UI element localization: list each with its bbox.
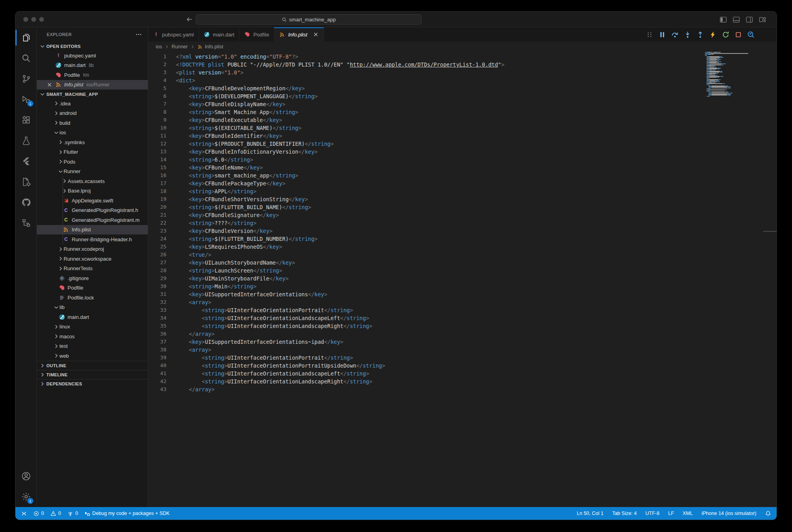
tree-item-runner.xcworkspace[interactable]: Runner.xcworkspace: [37, 254, 148, 264]
breadcrumb-item[interactable]: Info.plist: [205, 44, 223, 50]
github-icon: [21, 198, 31, 207]
step-out-icon[interactable]: [697, 31, 704, 38]
line-number: 41: [148, 370, 166, 378]
breadcrumb-item[interactable]: ios: [156, 44, 162, 50]
customize-layout-icon[interactable]: [759, 16, 766, 23]
activity-item-run-debug[interactable]: 1: [15, 89, 36, 110]
open-editor-info.plist[interactable]: Info.plistios/Runner: [37, 80, 148, 90]
zoom-window-button[interactable]: [39, 17, 44, 22]
activity-item-settings[interactable]: 1: [15, 486, 36, 507]
tree-item-linux[interactable]: linux: [37, 322, 148, 332]
toggle-secondary-sidebar-icon[interactable]: [746, 16, 753, 23]
activity-item-references[interactable]: [15, 213, 36, 233]
code-editor[interactable]: 1<?xml version="1.0" encoding="UTF-8"?>2…: [148, 52, 777, 507]
tree-item-runner-bridging-header.h[interactable]: CRunner-Bridging-Header.h: [37, 235, 148, 244]
pause-icon[interactable]: [658, 31, 666, 38]
flutter-inspector-icon[interactable]: [747, 31, 755, 38]
tree-item-label: Podfile.lock: [68, 295, 94, 301]
hot-reload-icon[interactable]: [709, 31, 717, 38]
status-errors[interactable]: 0: [33, 511, 44, 517]
section-dependencies[interactable]: DEPENDENCIES: [37, 379, 148, 388]
minimize-window-button[interactable]: [31, 17, 36, 22]
status-remote[interactable]: [21, 511, 27, 517]
project-root-header[interactable]: SMART_MACHINE_APP: [37, 90, 148, 99]
tree-item-android[interactable]: android: [37, 109, 148, 118]
tree-item-info.plist[interactable]: Info.plist: [37, 225, 148, 235]
tree-item-.idea[interactable]: .idea: [37, 99, 148, 109]
open-editor-podfile[interactable]: Podfileios: [37, 70, 148, 80]
status-notifications[interactable]: [765, 511, 771, 517]
stop-icon[interactable]: [735, 31, 742, 38]
activity-item-source-control[interactable]: [15, 69, 36, 89]
tree-item-.symlinks[interactable]: .symlinks: [37, 137, 148, 147]
tree-item-podfile[interactable]: Podfile: [37, 283, 148, 293]
restart-icon[interactable]: [722, 31, 729, 38]
open-editors-header[interactable]: OPEN EDITORS: [37, 42, 148, 51]
section-timeline[interactable]: TIMELINE: [37, 370, 148, 379]
toggle-sidebar-icon[interactable]: [719, 16, 727, 23]
activity-item-accounts[interactable]: [15, 466, 36, 486]
activity-item-testing[interactable]: [15, 130, 36, 151]
tree-item-generatedpluginregistrant.h[interactable]: CGeneratedPluginRegistrant.h: [37, 206, 148, 215]
step-into-icon[interactable]: [684, 31, 691, 38]
tree-item-lib[interactable]: lib: [37, 303, 148, 313]
tree-item-web[interactable]: web: [37, 351, 148, 361]
more-actions-icon[interactable]: [135, 31, 142, 38]
step-over-icon[interactable]: [671, 31, 679, 38]
status-debug-config[interactable]: Debug my code + packages + SDK: [84, 511, 170, 517]
activity-item-project-manager[interactable]: [15, 172, 36, 192]
status-encoding[interactable]: UTF-8: [645, 511, 659, 516]
close-window-button[interactable]: [23, 17, 28, 22]
tree-item-runner.xcodeproj[interactable]: Runner.xcodeproj: [37, 244, 148, 254]
pubspec-file-icon: !: [55, 52, 62, 59]
minimap[interactable]: [705, 52, 760, 97]
toggle-panel-icon[interactable]: [733, 16, 740, 23]
open-editor-pubspec.yaml[interactable]: !pubspec.yaml: [37, 51, 148, 61]
activity-item-search[interactable]: [15, 48, 36, 69]
testing-icon: [21, 136, 31, 145]
back-arrow-icon[interactable]: [186, 16, 193, 23]
tree-item-runnertests[interactable]: RunnerTests: [37, 264, 148, 274]
tab-pubspec.yaml[interactable]: !pubspec.yaml: [148, 27, 199, 42]
line-number: 32: [148, 298, 166, 306]
tree-item-ios[interactable]: ios: [37, 128, 148, 138]
tab-main.dart[interactable]: main.dart: [199, 27, 239, 42]
tree-item-main.dart[interactable]: main.dart: [37, 312, 148, 322]
tree-item-podfile.lock[interactable]: Podfile.lock: [37, 293, 148, 303]
tree-item-appdelegate.swift[interactable]: AppDelegate.swift: [37, 196, 148, 206]
status-warnings[interactable]: 0: [50, 511, 61, 517]
tree-item-assets.xcassets[interactable]: Assets.xcassets: [37, 176, 148, 186]
activity-item-flutter[interactable]: [15, 151, 36, 172]
status-ports[interactable]: 0: [67, 511, 78, 517]
breadcrumb-item[interactable]: Runner: [172, 44, 188, 50]
status-eol[interactable]: LF: [668, 511, 674, 516]
tree-item-macos[interactable]: macos: [37, 332, 148, 341]
status-cursor-position[interactable]: Ln 50, Col 1: [577, 511, 603, 516]
tree-item-base.lproj[interactable]: Base.lproj: [37, 186, 148, 196]
close-tab-icon[interactable]: [313, 31, 319, 38]
line-number: 42: [148, 378, 166, 385]
gripper-icon[interactable]: [646, 31, 653, 38]
tree-item-build[interactable]: build: [37, 118, 148, 128]
line-number: 11: [148, 132, 166, 140]
command-center-search[interactable]: smart_machine_app: [196, 14, 422, 25]
status-indentation[interactable]: Tab Size: 4: [612, 511, 637, 516]
activity-item-extensions[interactable]: [15, 110, 36, 130]
chevron-right-icon: [53, 110, 59, 116]
tree-item-pods[interactable]: Pods: [37, 157, 148, 167]
tree-item-generatedpluginregistrant.m[interactable]: CGeneratedPluginRegistrant.m: [37, 215, 148, 225]
status-language-mode[interactable]: XML: [683, 511, 693, 516]
tab-info.plist[interactable]: Info.plist: [274, 27, 324, 42]
tab-podfile[interactable]: Podfile: [239, 27, 274, 42]
tree-item-flutter[interactable]: Flutter: [37, 147, 148, 157]
tree-item-runner[interactable]: Runner: [37, 167, 148, 177]
activity-item-explorer[interactable]: [15, 27, 36, 48]
open-editor-main.dart[interactable]: main.dartlib: [37, 61, 148, 71]
close-editor-icon[interactable]: [46, 82, 53, 88]
section-outline[interactable]: OUTLINE: [37, 361, 148, 370]
tree-item-label: lib: [59, 304, 65, 310]
tree-item-.gitignore[interactable]: .gitignore: [37, 273, 148, 283]
tree-item-test[interactable]: test: [37, 341, 148, 351]
status-device[interactable]: iPhone 14 (ios simulator): [702, 511, 756, 516]
activity-item-github[interactable]: [15, 192, 36, 213]
